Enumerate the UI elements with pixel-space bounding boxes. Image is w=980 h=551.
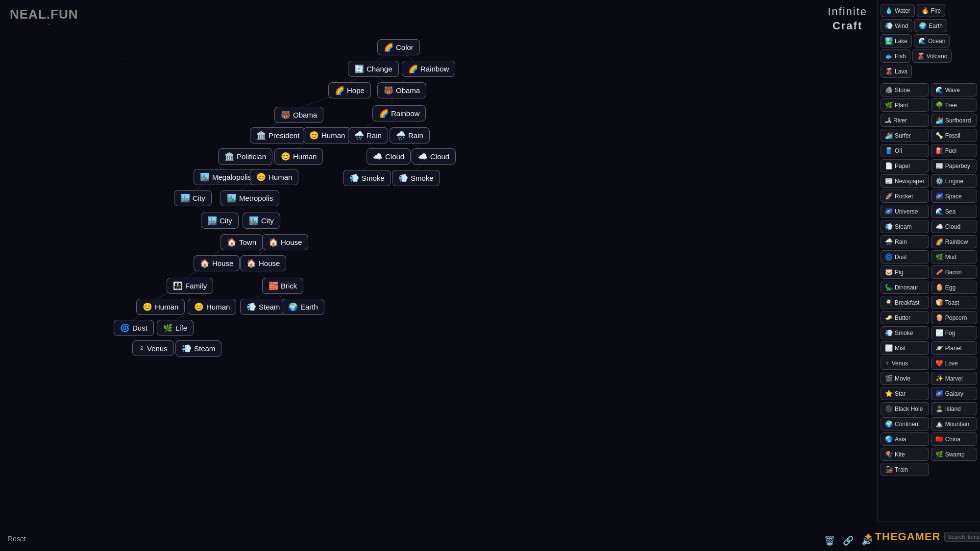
craft-element-rainbow2[interactable]: 🌈Rainbow	[372, 105, 426, 121]
craft-element-human2[interactable]: 😊Human	[274, 148, 323, 165]
sidebar-item-ocean[interactable]: 🌊Ocean	[914, 34, 950, 48]
craft-element-cloud2[interactable]: ☁️Cloud	[412, 148, 456, 165]
sidebar-item-volcano[interactable]: 🌋Volcano	[912, 49, 952, 63]
craft-element-hope[interactable]: 🌈Hope	[328, 82, 371, 98]
sidebar-item-swamp[interactable]: 🌿Swamp	[931, 448, 977, 461]
sidebar-item-china[interactable]: 🇨🇳China	[931, 432, 977, 446]
sidebar-item-cloud[interactable]: ☁️Cloud	[931, 220, 977, 233]
sidebar-item-star[interactable]: ⭐Star	[881, 387, 929, 400]
sidebar-item-asia[interactable]: 🌏Asia	[881, 432, 929, 446]
sidebar-item-mud[interactable]: 🌿Mud	[931, 250, 977, 264]
craft-element-color[interactable]: 🌈Color	[377, 39, 420, 55]
sidebar-item-earth[interactable]: 🌍Earth	[914, 19, 947, 32]
sidebar-item-rain[interactable]: 🌧️Rain	[881, 235, 929, 248]
sidebar-item-lake[interactable]: 🏞️Lake	[881, 34, 912, 48]
sidebar-item-dust[interactable]: 🌀Dust	[881, 250, 929, 264]
sidebar-item-butter[interactable]: 🧈Butter	[881, 311, 929, 324]
sidebar-item-sea[interactable]: 🌊Sea	[931, 205, 977, 218]
craft-element-life[interactable]: 🌿Life	[157, 320, 194, 336]
sidebar-item-fog[interactable]: 🌫️Fog	[931, 326, 977, 339]
sidebar-item-fuel[interactable]: ⛽Fuel	[931, 144, 977, 157]
craft-element-human3[interactable]: 😊Human	[250, 169, 298, 185]
sidebar-item-breakfast[interactable]: 🍳Breakfast	[881, 296, 929, 309]
craft-element-family[interactable]: 👨‍👩‍👧Family	[167, 278, 213, 294]
sidebar-item-kite[interactable]: 🪁Kite	[881, 448, 929, 461]
search-input[interactable]	[944, 532, 980, 542]
sidebar-item-marvel[interactable]: ✨Marvel	[931, 372, 977, 385]
sidebar-item-space[interactable]: 🌌Space	[931, 190, 977, 203]
sidebar-item-oil[interactable]: 🛢️Oil	[881, 144, 929, 157]
craft-element-metropolis[interactable]: 🏙️Metropolis	[220, 190, 279, 206]
sidebar-item-island[interactable]: 🏝️Island	[931, 402, 977, 415]
sidebar-item-paper[interactable]: 📄Paper	[881, 159, 929, 172]
sidebar-item-mountain[interactable]: 🏔️Mountain	[931, 417, 977, 431]
sidebar-item-surfboard[interactable]: 🏄Surfboard	[931, 114, 977, 127]
craft-element-house2[interactable]: 🏠House	[194, 255, 240, 271]
sidebar-item-fire[interactable]: 🔥Fire	[917, 4, 946, 17]
reset-button[interactable]: Reset	[8, 535, 26, 543]
craft-element-house1[interactable]: 🏠House	[262, 234, 308, 250]
craft-element-earth[interactable]: 🌍Earth	[282, 299, 324, 315]
sidebar[interactable]: 💧Water🔥Fire💨Wind🌍Earth🏞️Lake🌊Ocean🐟Fish🌋…	[877, 0, 980, 551]
sidebar-item-fossil[interactable]: 🦴Fossil	[931, 129, 977, 142]
sidebar-item-river[interactable]: 🏞River	[881, 114, 929, 127]
craft-element-house3[interactable]: 🏠House	[240, 255, 286, 271]
craft-element-obama1[interactable]: 🐻Obama	[377, 82, 426, 98]
sidebar-item-newspaper[interactable]: 📰Newspaper	[881, 174, 929, 188]
sidebar-item-paperboy[interactable]: 📰Paperboy	[931, 159, 977, 172]
sidebar-item-mist[interactable]: 🌫️Mist	[881, 341, 929, 355]
craft-element-megalopolis[interactable]: 🏙️Megalopolis	[194, 169, 258, 185]
sidebar-item-water[interactable]: 💧Water	[881, 4, 915, 17]
craft-element-human4[interactable]: 😊Human	[136, 299, 185, 315]
sidebar-item-planet[interactable]: 🪐Planet	[931, 341, 977, 355]
craft-element-dust[interactable]: 🌀Dust	[114, 320, 154, 336]
sidebar-item-black-hole[interactable]: ⚫Black Hole	[881, 402, 929, 415]
craft-element-cloud1[interactable]: ☁️Cloud	[367, 148, 411, 165]
craft-element-venus[interactable]: ♀️Venus	[132, 340, 174, 356]
share-icon[interactable]: 🔗	[843, 535, 854, 546]
craft-element-rain2[interactable]: 🌧️Rain	[390, 127, 430, 144]
sidebar-item-love[interactable]: ❤️Love	[931, 357, 977, 370]
sidebar-item-continent[interactable]: 🌍Continent	[881, 417, 929, 431]
craft-element-change[interactable]: 🔄Change	[348, 61, 399, 77]
craft-element-steam1[interactable]: 💨Steam	[240, 299, 286, 315]
sidebar-item-rainbow[interactable]: 🌈Rainbow	[931, 235, 977, 248]
sidebar-item-smoke[interactable]: 💨Smoke	[881, 326, 929, 339]
sidebar-item-dinosaur[interactable]: 🦕Dinosaur	[881, 281, 929, 294]
trash-icon[interactable]: 🗑️	[824, 535, 835, 546]
sidebar-item-plant[interactable]: 🌿Plant	[881, 98, 929, 112]
sidebar-item-universe[interactable]: 🌌Universe	[881, 205, 929, 218]
sidebar-item-bacon[interactable]: 🥓Bacon	[931, 265, 977, 279]
craft-element-president[interactable]: 🏛️President	[250, 127, 306, 144]
sidebar-item-toast[interactable]: 🍞Toast	[931, 296, 977, 309]
sidebar-item-movie[interactable]: 🎬Movie	[881, 372, 929, 385]
sidebar-item-egg[interactable]: 🥚Egg	[931, 281, 977, 294]
craft-element-brick[interactable]: 🧱Brick	[262, 278, 303, 294]
craft-element-city3[interactable]: 🏙️City	[243, 213, 280, 229]
sidebar-item-fish[interactable]: 🐟Fish	[881, 49, 910, 63]
sidebar-item-surfer[interactable]: 🏄Surfer	[881, 129, 929, 142]
craft-element-politician[interactable]: 🏛️Politician	[218, 148, 272, 165]
sidebar-item-galaxy[interactable]: 🌌Galaxy	[931, 387, 977, 400]
sidebar-item-stone[interactable]: 🪨Stone	[881, 83, 929, 96]
craft-element-town[interactable]: 🏠Town	[220, 234, 263, 250]
craft-element-obama2[interactable]: 🐻Obama	[274, 107, 323, 123]
craft-element-rain1[interactable]: 🌧️Rain	[348, 127, 388, 144]
sidebar-item-popcorn[interactable]: 🍿Popcorn	[931, 311, 977, 324]
sidebar-item-pig[interactable]: 🐷Pig	[881, 265, 929, 279]
craft-element-smoke2[interactable]: 💨Smoke	[392, 170, 440, 186]
sidebar-item-tree[interactable]: 🌳Tree	[931, 98, 977, 112]
craft-element-city2[interactable]: 🏙️City	[201, 213, 239, 229]
sidebar-item-engine[interactable]: ⚙️Engine	[931, 174, 977, 188]
craft-element-rainbow1[interactable]: 🌈Rainbow	[402, 61, 455, 77]
sidebar-item-venus[interactable]: ♀️Venus	[881, 357, 929, 370]
sidebar-item-train[interactable]: 🚂Train	[881, 463, 929, 476]
sidebar-item-steam[interactable]: 💨Steam	[881, 220, 929, 233]
craft-element-human1[interactable]: 😊Human	[303, 127, 351, 144]
craft-element-city1[interactable]: 🏙️City	[174, 190, 212, 206]
sidebar-item-rocket[interactable]: 🚀Rocket	[881, 190, 929, 203]
sidebar-item-wind[interactable]: 💨Wind	[881, 19, 912, 32]
craft-element-steam2[interactable]: 💨Steam	[175, 340, 221, 357]
craft-element-human5[interactable]: 😊Human	[188, 299, 236, 315]
craft-element-smoke1[interactable]: 💨Smoke	[343, 170, 391, 186]
